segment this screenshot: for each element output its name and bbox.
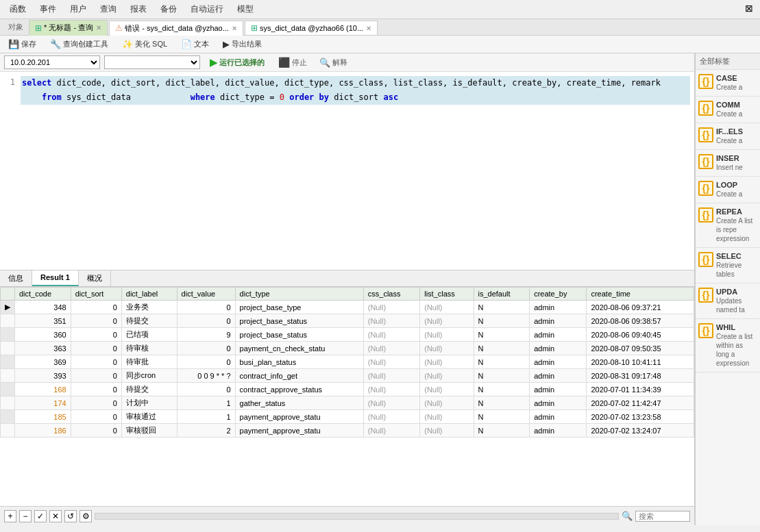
cell-create_time[interactable]: 2020-08-06 09:37:21 [587, 301, 694, 314]
cell-dict_type[interactable]: project_base_type [235, 301, 363, 314]
cell-create_by[interactable]: admin [530, 314, 587, 328]
cell-dict_sort[interactable]: 0 [71, 314, 121, 328]
cell-css_class[interactable]: (Null) [363, 301, 419, 314]
cell-create_by[interactable]: admin [530, 410, 587, 424]
cell-list_class[interactable]: (Null) [420, 383, 474, 396]
col-header-is-default[interactable]: is_default [474, 288, 530, 301]
cell-list_class[interactable]: (Null) [420, 396, 474, 410]
cell-css_class[interactable]: (Null) [363, 328, 419, 342]
cell-dict_code[interactable]: 360 [15, 328, 71, 342]
cell-create_by[interactable]: admin [530, 396, 587, 410]
col-header-css-class[interactable]: css_class [363, 288, 419, 301]
col-header-dict-label[interactable]: dict_label [121, 288, 177, 301]
cell-list_class[interactable]: (Null) [420, 342, 474, 355]
cell-is_default[interactable]: N [474, 314, 530, 328]
cell-create_by[interactable]: admin [530, 369, 587, 383]
cell-list_class[interactable]: (Null) [420, 328, 474, 342]
explain-button[interactable]: 🔍 解释 [315, 56, 352, 69]
cell-dict_code[interactable]: 185 [15, 410, 71, 424]
cell-create_by[interactable]: admin [530, 355, 587, 369]
cell-create_time[interactable]: 2020-07-02 11:42:47 [587, 396, 694, 410]
cell-create_by[interactable]: admin [530, 383, 587, 396]
cell-dict_code[interactable]: 168 [15, 383, 71, 396]
cell-is_default[interactable]: N [474, 369, 530, 383]
cell-dict_code[interactable]: 351 [15, 314, 71, 328]
col-header-create-by[interactable]: create_by [530, 288, 587, 301]
run-button[interactable]: ▶ 运行已选择的 [204, 55, 270, 69]
cell-css_class[interactable]: (Null) [363, 342, 419, 355]
cell-dict_sort[interactable]: 0 [71, 342, 121, 355]
config-button[interactable]: ⚙ [79, 510, 92, 522]
cell-dict_sort[interactable]: 0 [71, 355, 121, 369]
cell-dict_label[interactable]: 计划中 [121, 396, 177, 410]
cell-is_default[interactable]: N [474, 424, 530, 438]
cell-dict_sort[interactable]: 0 [71, 369, 121, 383]
menu-events[interactable]: 事件 [33, 1, 63, 17]
snippet-item[interactable]: {} IF...ELS Create a [696, 123, 760, 150]
text-button[interactable]: 📄 文本 [177, 38, 213, 51]
stop-button[interactable]: ⬛ 停止 [274, 55, 311, 69]
cell-dict_type[interactable]: project_base_status [235, 328, 363, 342]
horizontal-scrollbar[interactable] [95, 513, 619, 520]
cell-dict_code[interactable]: 174 [15, 396, 71, 410]
export-button[interactable]: ▶ 导出结果 [219, 38, 266, 51]
active-query-tab[interactable]: ⊞ * 无标题 - 查询 ✕ [29, 20, 108, 36]
tab-overview[interactable]: 概况 [79, 270, 111, 286]
cell-css_class[interactable]: (Null) [363, 410, 419, 424]
cell-is_default[interactable]: N [474, 383, 530, 396]
cell-create_time[interactable]: 2020-08-07 09:50:35 [587, 342, 694, 355]
sql-content-1[interactable]: select dict_code, dict_sort, dict_label,… [21, 76, 690, 90]
cell-dict_type[interactable]: gather_status [235, 396, 363, 410]
tab-info[interactable]: 信息 [0, 270, 32, 286]
cell-css_class[interactable]: (Null) [363, 396, 419, 410]
cell-dict_value[interactable]: 1 [177, 396, 235, 410]
menu-query[interactable]: 查询 [93, 1, 123, 17]
menu-autorun[interactable]: 自动运行 [184, 1, 230, 17]
window-close-icon[interactable]: ⊠ [741, 1, 757, 17]
cell-create_by[interactable]: admin [530, 342, 587, 355]
cell-dict_label[interactable]: 业务类 [121, 301, 177, 314]
cell-list_class[interactable]: (Null) [420, 424, 474, 438]
cell-dict_sort[interactable]: 0 [71, 410, 121, 424]
beautify-button[interactable]: ✨ 美化 SQL [118, 38, 171, 51]
snippet-item[interactable]: {} COMM Create a [696, 97, 760, 123]
data-tab[interactable]: ⊞ sys_dict_data @yzhao66 (10... ✕ [245, 21, 378, 35]
cell-create_time[interactable]: 2020-08-31 09:17:48 [587, 369, 694, 383]
cell-dict_label[interactable]: 待审批 [121, 355, 177, 369]
col-header-create-time[interactable]: create_time [587, 288, 694, 301]
cell-create_by[interactable]: admin [530, 301, 587, 314]
snippet-item[interactable]: {} WHIL Create a list within as long a e… [696, 319, 760, 372]
cell-list_class[interactable]: (Null) [420, 314, 474, 328]
cell-css_class[interactable]: (Null) [363, 355, 419, 369]
menu-backup[interactable]: 备份 [154, 1, 184, 17]
col-header-dict-type[interactable]: dict_type [235, 288, 363, 301]
error-tab-close-icon[interactable]: ✕ [232, 25, 237, 32]
cell-dict_value[interactable]: 2 [177, 424, 235, 438]
col-header-list-class[interactable]: list_class [420, 288, 474, 301]
cell-dict_value[interactable]: 0 [177, 342, 235, 355]
cell-dict_code[interactable]: 363 [15, 342, 71, 355]
ip-select[interactable]: 10.0.20.201 [4, 55, 100, 69]
snippet-item[interactable]: {} INSER Insert ne [696, 150, 760, 177]
cell-dict_type[interactable]: project_base_status [235, 314, 363, 328]
cell-create_time[interactable]: 2020-08-10 10:41:11 [587, 355, 694, 369]
query-build-button[interactable]: 🔧 查询创建工具 [46, 38, 112, 51]
snippet-item[interactable]: {} REPEA Create A list is repe expressio… [696, 203, 760, 248]
cell-css_class[interactable]: (Null) [363, 424, 419, 438]
snippet-item[interactable]: {} LOOP Create a [696, 177, 760, 203]
cell-create_time[interactable]: 2020-07-02 13:23:58 [587, 410, 694, 424]
cell-dict_label[interactable]: 已结项 [121, 328, 177, 342]
cell-create_time[interactable]: 2020-07-01 11:34:39 [587, 383, 694, 396]
cell-dict_code[interactable]: 393 [15, 369, 71, 383]
cell-dict_code[interactable]: 186 [15, 424, 71, 438]
tab-close-icon[interactable]: ✕ [96, 24, 101, 31]
cell-css_class[interactable]: (Null) [363, 383, 419, 396]
cell-dict_code[interactable]: 369 [15, 355, 71, 369]
cell-list_class[interactable]: (Null) [420, 355, 474, 369]
cell-dict_type[interactable]: payment_cn_check_statu [235, 342, 363, 355]
cell-list_class[interactable]: (Null) [420, 410, 474, 424]
menu-users[interactable]: 用户 [63, 1, 93, 17]
confirm-button[interactable]: ✓ [34, 510, 47, 522]
search-input[interactable] [635, 511, 690, 522]
col-header-dict-sort[interactable]: dict_sort [71, 288, 121, 301]
